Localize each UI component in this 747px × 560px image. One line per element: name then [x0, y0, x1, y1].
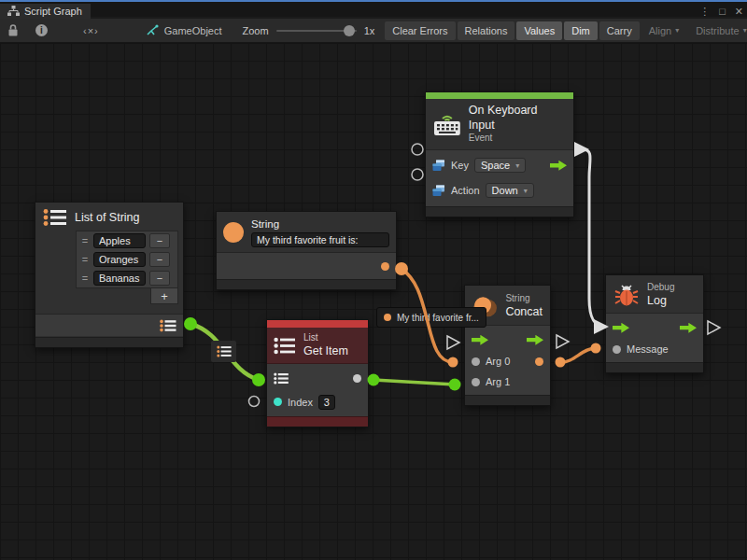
carry-toggle[interactable]: Carry: [599, 21, 640, 40]
gameobject-icon: [146, 24, 159, 36]
title-bar: Script Graph ⋮ □ ✕: [0, 0, 747, 17]
clear-errors-button[interactable]: Clear Errors: [385, 21, 455, 40]
chevron-down-icon: ▾: [515, 161, 519, 170]
code-view-button[interactable]: ‹×›: [57, 19, 125, 43]
maximize-icon[interactable]: □: [719, 4, 726, 19]
node-list-of-string[interactable]: List of String = − = − = − +: [35, 202, 184, 348]
wire-type-badge: [211, 341, 236, 362]
arg0-input-port[interactable]: [472, 357, 480, 366]
gameobject-selector[interactable]: GameObject: [146, 24, 222, 36]
flow-input-port[interactable]: [472, 335, 488, 345]
node-string-literal[interactable]: String: [216, 211, 397, 290]
flow-output-port[interactable]: [550, 161, 567, 171]
remove-item-button[interactable]: −: [149, 271, 170, 286]
string-icon: [223, 222, 244, 243]
message-label: Message: [627, 343, 669, 355]
event-color-bar: [426, 92, 573, 99]
list-item-input[interactable]: [93, 252, 146, 267]
action-variable-icon: [432, 185, 445, 197]
drag-handle-icon[interactable]: =: [80, 254, 90, 265]
tab-script-graph[interactable]: Script Graph: [0, 4, 91, 19]
more-icon[interactable]: ⋮: [699, 4, 710, 19]
distribute-dropdown[interactable]: Distribute ▾: [688, 21, 747, 40]
node-title: Log: [647, 294, 674, 309]
zoom-slider-handle[interactable]: [344, 25, 355, 36]
list-item-row: = −: [77, 231, 177, 250]
string-value-icon: [384, 314, 391, 321]
node-on-keyboard-input[interactable]: On Keyboard Input Event Key Space ▾ Acti…: [425, 91, 574, 217]
drag-handle-icon[interactable]: =: [80, 273, 90, 284]
list-output-port[interactable]: [160, 319, 176, 332]
distribute-label: Distribute: [696, 25, 739, 36]
list-input-port[interactable]: [274, 372, 289, 385]
align-label: Align: [649, 25, 671, 36]
node-title: String: [251, 217, 389, 231]
flow-output-port[interactable]: [527, 335, 543, 345]
flow-output-port[interactable]: [680, 323, 697, 333]
bug-icon: [613, 283, 640, 307]
zoom-label: Zoom: [243, 25, 269, 36]
node-footer: [217, 279, 396, 289]
align-dropdown[interactable]: Align ▾: [641, 21, 686, 40]
node-subtitle: List: [303, 332, 348, 344]
index-label: Index: [288, 397, 313, 408]
node-title: Get Item: [303, 344, 348, 359]
chevron-down-icon: ▾: [524, 187, 528, 195]
message-input-port[interactable]: [613, 345, 621, 354]
list-editor: = − = − = −: [76, 231, 178, 288]
wire-value-tooltip: My third favorite fr...: [376, 307, 486, 328]
arg1-input-port[interactable]: [472, 378, 480, 386]
gameobject-label: GameObject: [164, 25, 222, 36]
list-item-input[interactable]: [93, 271, 146, 286]
warning-color-bar: [267, 320, 368, 328]
key-dropdown[interactable]: Space ▾: [474, 158, 526, 173]
node-title: On Keyboard Input: [469, 104, 566, 133]
node-subtitle: String: [505, 293, 543, 305]
code-icon: ‹×›: [83, 25, 99, 36]
relations-button[interactable]: Relations: [458, 21, 515, 40]
graph-toolbar: i ‹×› GameObject Zoom 1x Clear Errors Re…: [0, 19, 747, 43]
values-toggle[interactable]: Values: [516, 21, 562, 40]
key-value: Space: [481, 160, 510, 171]
remove-item-button[interactable]: −: [149, 233, 170, 248]
node-concat[interactable]: String Concat Arg 0 Arg 1: [464, 285, 551, 406]
zoom-control: Zoom 1x: [243, 25, 375, 36]
add-item-button[interactable]: +: [150, 288, 178, 304]
list-icon: [274, 337, 296, 355]
node-subtitle: Debug: [647, 282, 674, 294]
info-button[interactable]: i: [26, 19, 57, 43]
list-item-row: = −: [77, 250, 177, 269]
zoom-slider[interactable]: [276, 30, 357, 32]
drag-handle-icon[interactable]: =: [80, 235, 90, 246]
action-value: Down: [492, 185, 518, 196]
chevron-down-icon: ▾: [743, 26, 747, 35]
node-footer: [267, 416, 368, 427]
node-get-item[interactable]: List Get Item Index: [266, 319, 369, 427]
flow-input-port[interactable]: [613, 323, 629, 333]
info-icon: i: [35, 24, 48, 36]
dim-toggle[interactable]: Dim: [564, 21, 598, 40]
node-title: Concat: [505, 305, 543, 320]
lock-button[interactable]: [0, 19, 26, 43]
string-value-input[interactable]: [251, 232, 389, 247]
key-label: Key: [451, 160, 469, 171]
remove-item-button[interactable]: −: [149, 252, 170, 267]
index-input-port[interactable]: [274, 398, 282, 406]
zoom-value: 1x: [364, 25, 375, 36]
lock-icon: [7, 24, 19, 36]
node-debug-log[interactable]: Debug Log Message: [605, 274, 704, 373]
index-input[interactable]: [318, 395, 335, 410]
action-label: Action: [451, 185, 480, 196]
node-footer: [426, 206, 573, 217]
wire-value-text: My third favorite fr...: [397, 313, 479, 323]
string-output-port[interactable]: [381, 262, 389, 271]
keyboard-icon: [433, 112, 461, 136]
list-item-input[interactable]: [93, 233, 146, 248]
result-output-port[interactable]: [535, 357, 543, 366]
node-footer: [35, 337, 183, 347]
node-subtitle: Event: [469, 133, 566, 145]
close-icon[interactable]: ✕: [735, 4, 743, 19]
key-variable-icon: [432, 160, 445, 172]
action-dropdown[interactable]: Down ▾: [486, 183, 534, 198]
item-output-port[interactable]: [353, 374, 361, 383]
